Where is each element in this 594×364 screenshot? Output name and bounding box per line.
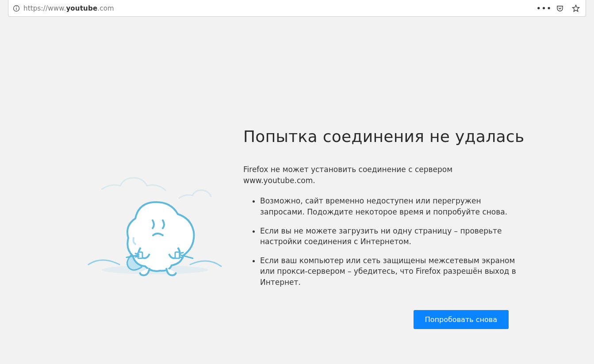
- address-bar[interactable]: https://www.youtube.com •••: [8, 0, 586, 17]
- url-tld: .com: [97, 4, 114, 12]
- bookmark-star-icon[interactable]: [570, 2, 582, 15]
- svg-line-9: [180, 253, 183, 253]
- error-suggestions: Возможно, сайт временно недоступен или п…: [243, 195, 526, 287]
- error-content: Попытка соединения не удалась Firefox не…: [243, 127, 526, 329]
- svg-line-10: [180, 257, 183, 258]
- error-title: Попытка соединения не удалась: [243, 127, 526, 146]
- page-actions-icon[interactable]: •••: [538, 2, 550, 15]
- retry-row: Попробовать снова: [243, 310, 526, 329]
- svg-line-6: [135, 253, 139, 254]
- retry-button[interactable]: Попробовать снова: [414, 310, 509, 329]
- url-host: youtube: [66, 4, 97, 12]
- error-suggestion-item: Если вы не можете загрузить ни одну стра…: [260, 226, 526, 247]
- error-description: Firefox не может установить соединение с…: [243, 164, 526, 186]
- svg-rect-5: [138, 252, 142, 258]
- svg-point-2: [16, 6, 17, 7]
- svg-rect-8: [175, 252, 180, 258]
- url-text[interactable]: https://www.youtube.com: [23, 4, 534, 12]
- error-suggestion-item: Возможно, сайт временно недоступен или п…: [260, 195, 526, 217]
- pocket-icon[interactable]: [554, 2, 566, 15]
- info-icon[interactable]: [13, 5, 20, 12]
- error-illustration: [84, 127, 226, 329]
- error-page: Попытка соединения не удалась Firefox не…: [0, 17, 594, 329]
- url-scheme: https://www.: [23, 4, 66, 12]
- error-suggestion-item: Если ваш компьютер или сеть защищены меж…: [260, 255, 526, 288]
- svg-marker-3: [573, 5, 579, 11]
- svg-line-7: [135, 256, 139, 257]
